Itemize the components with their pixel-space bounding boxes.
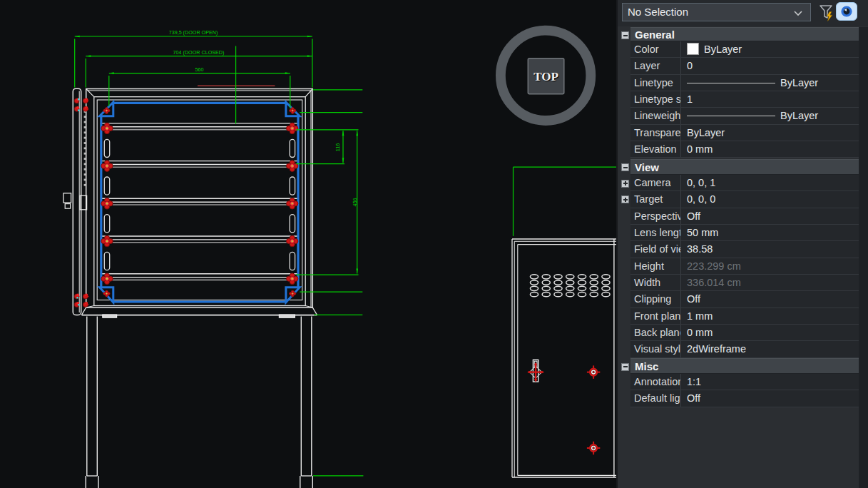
svg-text:704 (DOOR CLOSED): 704 (DOOR CLOSED) [173, 49, 225, 56]
svg-text:560: 560 [195, 66, 204, 73]
svg-text:456: 456 [352, 198, 358, 207]
svg-text:116: 116 [335, 143, 341, 151]
svg-text:TOP: TOP [533, 70, 558, 83]
svg-text:739,5 (DOOR OPEN): 739,5 (DOOR OPEN) [169, 29, 218, 36]
